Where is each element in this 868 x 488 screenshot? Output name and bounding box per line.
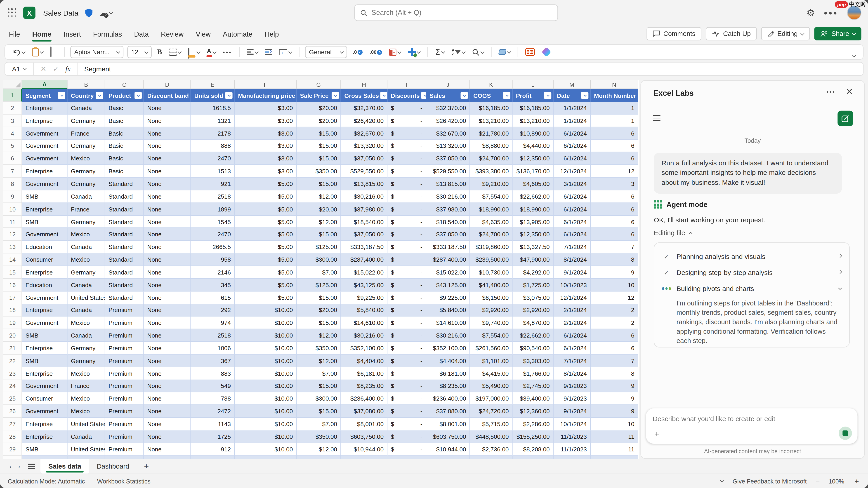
cell[interactable]: $319,860.00 [470, 241, 513, 254]
cell[interactable]: Basic [105, 102, 144, 115]
cell[interactable]: $32,370.00 [426, 102, 470, 115]
cell[interactable]: United States [68, 418, 105, 430]
row-header-2[interactable]: 2 [3, 102, 22, 115]
cell[interactable]: $5,840.00 [341, 304, 388, 317]
cell[interactable]: Premium [105, 329, 144, 342]
cell[interactable]: $3,075.00 [513, 291, 554, 304]
cell[interactable]: $15,022.00 [426, 266, 470, 279]
cell[interactable]: None [144, 279, 191, 291]
more-formatting-button[interactable]: ••• [221, 48, 234, 56]
stop-generating-button[interactable] [839, 427, 852, 440]
cell[interactable]: None [144, 367, 191, 380]
cell[interactable]: Premium [105, 430, 144, 443]
cell[interactable]: 3 [591, 177, 638, 190]
row-header-21[interactable]: 21 [3, 342, 22, 355]
cell[interactable]: 367 [191, 355, 235, 367]
cell[interactable]: None [144, 140, 191, 152]
cell[interactable]: $2,745.00 [513, 380, 554, 392]
prev-sheet-icon[interactable]: ‹ [6, 463, 14, 470]
cell[interactable]: 9 [591, 380, 638, 392]
cell[interactable]: $300.00 [297, 254, 341, 266]
calculation-mode-status[interactable]: Calculation Mode: Automatic [8, 478, 85, 484]
cell[interactable]: Enterprise [22, 115, 68, 127]
zoom-out-button[interactable]: − [815, 477, 820, 485]
row-header-5[interactable]: 5 [3, 140, 22, 152]
cell[interactable]: Canada [68, 430, 105, 443]
cell[interactable]: Government [22, 140, 68, 152]
cell[interactable]: Premium [105, 405, 144, 418]
cell[interactable]: 3/1/2024 [554, 177, 591, 190]
cell[interactable]: $18,540.00 [426, 216, 470, 228]
cell[interactable]: SMB [22, 443, 68, 456]
cell[interactable]: 6/1/2024 [554, 127, 591, 140]
row-header-4[interactable]: 4 [3, 127, 22, 140]
zoom-in-button[interactable]: ＋ [853, 476, 860, 486]
cell[interactable]: $10.00 [235, 317, 297, 329]
cell[interactable] [341, 456, 388, 459]
cell[interactable] [235, 456, 297, 459]
cell[interactable]: Canada [68, 279, 105, 291]
settings-gear-icon[interactable]: ⚙ [807, 8, 815, 18]
cell[interactable]: $- [388, 127, 426, 140]
cell[interactable]: 12/1/2024 [554, 165, 591, 177]
cell[interactable]: 345 [191, 279, 235, 291]
share-button[interactable]: Share [814, 27, 861, 40]
cell[interactable]: None [144, 165, 191, 177]
cell[interactable]: $10.00 [235, 443, 297, 456]
bold-button[interactable]: B [156, 46, 164, 58]
filter-dropdown-icon[interactable] [96, 92, 103, 99]
row-header-27[interactable]: 27 [3, 418, 22, 430]
cell[interactable]: $9,225.00 [426, 291, 470, 304]
font-size-select[interactable]: 12 [127, 46, 152, 58]
cell[interactable]: Government [22, 177, 68, 190]
increase-decimal-button[interactable]: .00 [368, 48, 384, 56]
cell[interactable]: 6 [591, 329, 638, 342]
add-attachment-icon[interactable]: ＋ [653, 429, 661, 440]
cell[interactable]: 9 [591, 405, 638, 418]
cell[interactable]: $2,736.00 [470, 443, 513, 456]
cell[interactable]: 2 [591, 304, 638, 317]
cell[interactable]: 883 [191, 367, 235, 380]
sheet-tab-sales-data[interactable]: Sales data [41, 459, 89, 474]
cell[interactable]: Premium [105, 317, 144, 329]
cell[interactable]: Government [22, 380, 68, 392]
borders-button[interactable] [167, 47, 182, 57]
menu-tab-insert[interactable]: Insert [64, 27, 81, 41]
cell[interactable]: Standard [105, 203, 144, 216]
column-header-H[interactable]: H [341, 80, 388, 89]
cell[interactable]: Germany [68, 355, 105, 367]
cell[interactable]: $- [388, 443, 426, 456]
excel-logo-icon[interactable]: X [23, 6, 35, 19]
cell[interactable]: Premium [105, 443, 144, 456]
cell[interactable]: Basic [105, 115, 144, 127]
cell[interactable]: Premium [105, 367, 144, 380]
font-name-select[interactable]: Aptos Narr... [70, 46, 123, 58]
cell[interactable]: 1/1/2024 [554, 115, 591, 127]
cell[interactable]: 1618.5 [191, 102, 235, 115]
formula-input[interactable]: Segment [78, 65, 111, 73]
cell[interactable]: $- [388, 241, 426, 254]
cell[interactable]: 6 [591, 203, 638, 216]
cell[interactable] [470, 456, 513, 459]
cell[interactable]: $5.00 [235, 216, 297, 228]
cell[interactable]: $24,720.00 [470, 405, 513, 418]
cell[interactable]: $7.00 [297, 266, 341, 279]
cell[interactable]: None [144, 203, 191, 216]
cell[interactable]: $15.00 [297, 177, 341, 190]
cell[interactable]: 2518 [191, 329, 235, 342]
cell[interactable]: $10,944.00 [426, 443, 470, 456]
cell[interactable]: $- [388, 203, 426, 216]
cell[interactable]: $22,662.00 [513, 329, 554, 342]
cell[interactable]: Consumer [22, 254, 68, 266]
cell[interactable]: $1,766.00 [513, 367, 554, 380]
cell[interactable]: 11/1/2023 [554, 443, 591, 456]
cell[interactable]: 921 [191, 177, 235, 190]
cell[interactable]: $5,490.00 [470, 380, 513, 392]
cell[interactable]: $20.00 [297, 102, 341, 115]
cell[interactable]: $4,440.00 [513, 140, 554, 152]
copilot-button[interactable] [540, 46, 553, 58]
agent-step-designing-step-by-step-analysis[interactable]: ✓Designing step-by-step analysis [662, 265, 841, 281]
cell[interactable]: 6 [591, 190, 638, 203]
cell[interactable]: $15.00 [297, 317, 341, 329]
cell[interactable]: Government [22, 317, 68, 329]
